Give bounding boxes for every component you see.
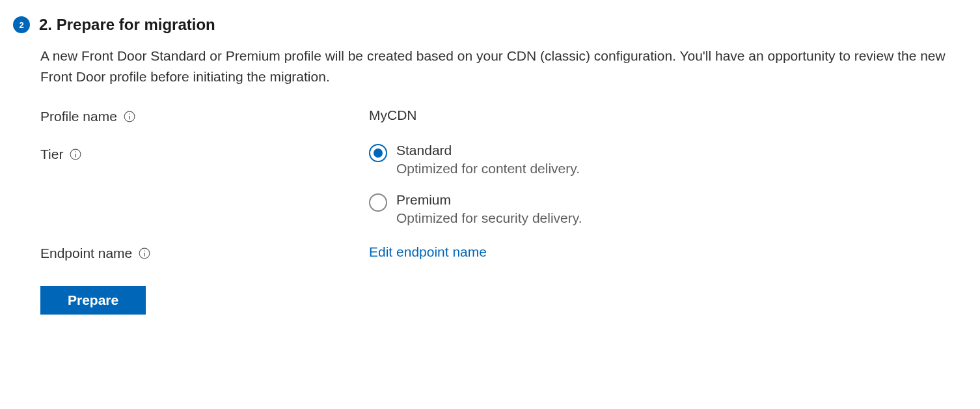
svg-point-5 <box>75 151 77 152</box>
edit-endpoint-name-link[interactable]: Edit endpoint name <box>369 244 487 259</box>
radio-label-standard: Standard <box>396 143 580 158</box>
info-icon[interactable] <box>124 111 135 122</box>
tier-radio-premium[interactable]: Premium Optimized for security delivery. <box>369 192 967 226</box>
step-title: 2. Prepare for migration <box>39 16 215 34</box>
profile-name-label-col: Profile name <box>40 107 369 124</box>
radio-description-standard: Optimized for content delivery. <box>396 161 580 176</box>
radio-description-premium: Optimized for security delivery. <box>396 210 582 226</box>
profile-name-label: Profile name <box>40 109 117 124</box>
endpoint-name-row: Endpoint name Edit endpoint name <box>40 244 967 261</box>
radio-texts: Premium Optimized for security delivery. <box>396 192 582 226</box>
step-number-badge: 2 <box>13 16 30 33</box>
tier-value-col: Standard Optimized for content delivery.… <box>369 143 967 226</box>
tier-row: Tier Standard Optimized for content deli… <box>40 143 967 226</box>
tier-radio-group: Standard Optimized for content delivery.… <box>369 143 967 226</box>
info-icon[interactable] <box>70 148 81 160</box>
radio-label-premium: Premium <box>396 192 582 208</box>
step-description: A new Front Door Standard or Premium pro… <box>40 46 951 87</box>
prepare-button[interactable]: Prepare <box>40 286 146 315</box>
svg-point-2 <box>129 113 130 115</box>
button-row: Prepare <box>40 286 967 315</box>
endpoint-name-label-col: Endpoint name <box>40 244 369 261</box>
endpoint-name-value-col: Edit endpoint name <box>369 244 967 260</box>
tier-label: Tier <box>40 147 63 162</box>
profile-name-row: Profile name MyCDN <box>40 107 967 124</box>
radio-circle <box>369 193 387 212</box>
radio-dot <box>374 148 383 158</box>
svg-point-8 <box>144 250 145 251</box>
radio-texts: Standard Optimized for content delivery. <box>396 143 580 176</box>
info-icon[interactable] <box>139 247 150 259</box>
radio-circle-selected <box>369 144 387 162</box>
endpoint-name-label: Endpoint name <box>40 246 132 261</box>
tier-radio-standard[interactable]: Standard Optimized for content delivery. <box>369 143 967 176</box>
profile-name-value: MyCDN <box>369 107 967 123</box>
step-header: 2 2. Prepare for migration <box>13 16 967 34</box>
tier-label-col: Tier <box>40 143 369 162</box>
